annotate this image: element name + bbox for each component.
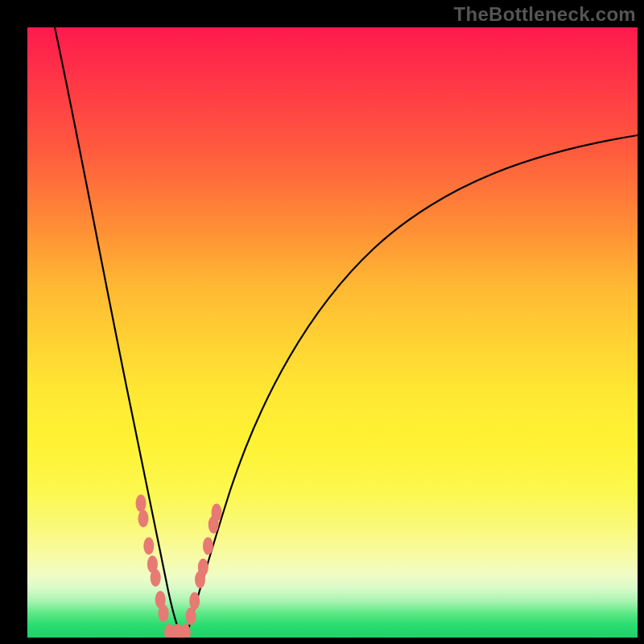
data-marker (136, 494, 147, 512)
data-marker (151, 569, 161, 587)
data-marker (203, 537, 213, 555)
chart-frame: TheBottleneck.com (0, 0, 644, 644)
left-branch-curve (55, 27, 182, 638)
data-marker (138, 510, 149, 527)
right-branch-curve (186, 135, 638, 638)
data-marker (143, 537, 154, 555)
watermark-text: TheBottleneck.com (454, 3, 636, 26)
data-marker (186, 608, 196, 625)
plot-area (27, 27, 638, 638)
curve-layer (27, 27, 638, 638)
data-marker (159, 605, 169, 622)
marker-group (136, 494, 222, 638)
data-marker (189, 592, 200, 610)
data-marker (198, 559, 208, 576)
data-marker (212, 504, 222, 522)
